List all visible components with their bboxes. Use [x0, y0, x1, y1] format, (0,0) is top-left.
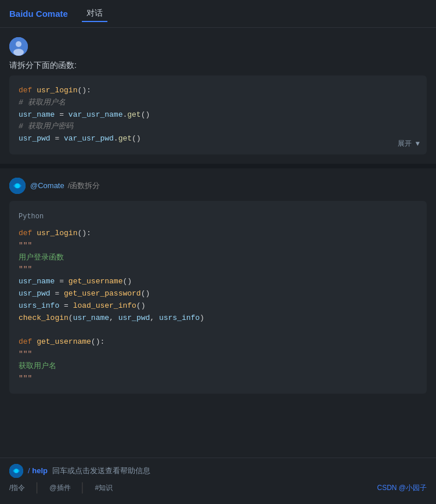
method-get2: get [118, 134, 132, 143]
divider-2: │ [80, 483, 86, 493]
ai-code-line-blank [19, 324, 417, 336]
help-command: help [32, 466, 48, 475]
ai-command-label: /函数拆分 [68, 181, 100, 191]
user-avatar [9, 37, 28, 56]
input-text-area[interactable]: / help 回车或点击发送查看帮助信息 [28, 466, 150, 476]
var-usr-pwd: usr_pwd [19, 134, 51, 143]
cmd-action[interactable]: /指令 [9, 483, 25, 493]
code-line-1: def usr_login(): [19, 85, 417, 97]
ai-code-line-12: 获取用户名 [19, 361, 417, 373]
user-header [9, 37, 427, 56]
keyword-def: def [19, 86, 37, 95]
code-line-5: usr_pwd = var_usr_pwd.get() [19, 133, 417, 145]
brand-label: CSDN @小园子 [377, 483, 427, 493]
knowledge-action[interactable]: #知识 [95, 483, 113, 493]
ai-response-block: @Comate /函数拆分 Python def usr_login(): ""… [0, 168, 436, 403]
plugin-action[interactable]: @插件 [49, 483, 70, 493]
method-get: get [127, 110, 140, 119]
ai-code-line-10: def get_username(): [19, 336, 417, 348]
input-ai-avatar [9, 464, 23, 478]
code-line-4: # 获取用户密码 [19, 121, 417, 133]
svg-point-6 [15, 469, 19, 473]
expand-button[interactable]: 展开 ▼ [398, 139, 420, 149]
ai-avatar [9, 178, 26, 194]
section-divider [0, 164, 436, 168]
slash-icon: / [28, 466, 30, 475]
func-name: usr_login [37, 86, 77, 95]
ai-code-line-4: """ [19, 264, 417, 276]
app-logo: Baidu Comate [9, 9, 68, 19]
ai-code-line-6: usr_pwd = get_user_password() [19, 288, 417, 300]
bottom-bar: / help 回车或点击发送查看帮助信息 /指令 │ @插件 │ #知识 CSD… [0, 458, 436, 504]
user-prompt-text: 请拆分下面的函数: [9, 60, 427, 71]
ai-code-line-11: """ [19, 348, 417, 361]
action-items: /指令 │ @插件 │ #知识 [9, 483, 113, 493]
ai-code-line-7: usrs_info = load_user_info() [19, 300, 417, 312]
user-message-block: 请拆分下面的函数: def usr_login(): # 获取用户名 usr_n… [0, 28, 436, 164]
ai-code-line-2: """ [19, 240, 417, 252]
bottom-actions: /指令 │ @插件 │ #知识 CSDN @小园子 [0, 480, 436, 495]
ai-header: @Comate /函数拆分 [9, 178, 427, 194]
code-line-2: # 获取用户名 [19, 97, 417, 109]
lang-label: Python [19, 210, 417, 223]
app-header: Baidu Comate 对话 [0, 0, 436, 28]
svg-point-2 [13, 49, 24, 56]
var-usr-name: usr_name [19, 110, 55, 119]
comment-1: # 获取用户名 [19, 98, 66, 107]
user-code-block: def usr_login(): # 获取用户名 usr_name = var_… [9, 75, 427, 154]
ai-code-line-8: check_login(usr_name, usr_pwd, usrs_info… [19, 312, 417, 325]
ai-code-line-3: 用户登录函数 [19, 252, 417, 264]
divider-1: │ [34, 483, 40, 493]
var-var-usr-pwd: var_usr_pwd [64, 134, 114, 143]
main-content: 请拆分下面的函数: def usr_login(): # 获取用户名 usr_n… [0, 28, 436, 458]
ai-code-block: Python def usr_login(): """ 用户登录函数 """ u… [9, 201, 427, 394]
csdn-brand: CSDN @小园子 [377, 484, 427, 492]
ai-name-label: @Comate [30, 181, 64, 190]
comment-2: # 获取用户密码 [19, 122, 73, 131]
help-description: 回车或点击发送查看帮助信息 [52, 466, 150, 475]
code-line-3: usr_name = var_usr_name.get() [19, 109, 417, 121]
input-area[interactable]: / help 回车或点击发送查看帮助信息 [0, 458, 436, 480]
tab-dialog[interactable]: 对话 [82, 6, 107, 22]
svg-point-1 [16, 41, 21, 47]
ai-code-line-13: """ [19, 373, 417, 385]
svg-point-4 [15, 183, 20, 188]
ai-code-line-5: usr_name = get_username() [19, 276, 417, 288]
var-var-usr-name: var_usr_name [69, 110, 123, 119]
ai-code-line-1: def usr_login(): [19, 228, 417, 240]
